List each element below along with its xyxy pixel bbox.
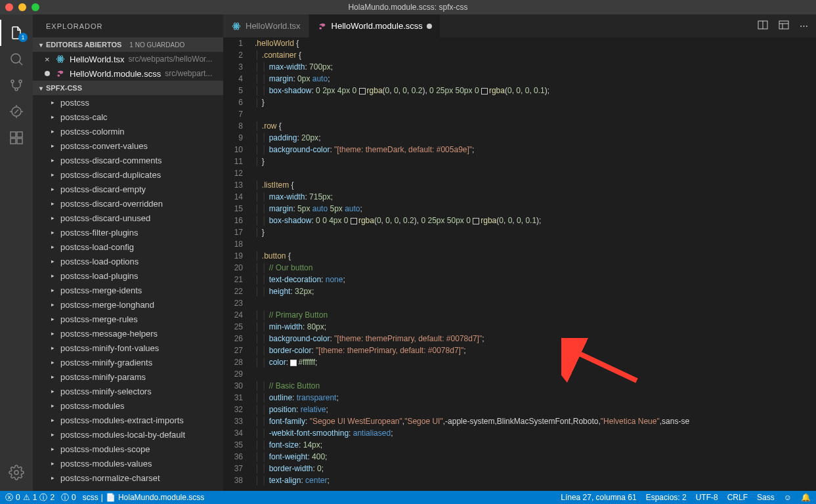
activity-settings[interactable] — [0, 459, 33, 486]
chevron-right-icon: ▸ — [51, 388, 59, 394]
status-encoding[interactable]: UTF-8 — [696, 493, 718, 502]
code-line[interactable]: │ │ background-color: "[theme: themeDark… — [255, 144, 816, 156]
window-zoom-button[interactable] — [32, 3, 39, 11]
status-problems[interactable]: ⓧ0 ⚠1 ⓘ2 — [5, 492, 54, 503]
activity-search[interactable] — [0, 46, 33, 72]
activity-explorer[interactable]: 1 — [0, 20, 33, 46]
code-line[interactable]: │ │ max-width: 700px; — [255, 61, 816, 73]
text-editor[interactable]: 1234567891011121314151617181920212223242… — [223, 37, 816, 491]
code-line[interactable] — [255, 368, 816, 380]
code-line[interactable]: │ │ -webkit-font-smoothing: antialiased; — [255, 427, 816, 439]
code-line[interactable]: │ } — [255, 226, 816, 238]
folder-item[interactable]: ▸postcss-load-options — [33, 254, 223, 268]
folder-item[interactable]: ▸postcss-load-config — [33, 240, 223, 254]
folder-item[interactable]: ▸postcss-convert-values — [33, 138, 223, 153]
status-spaces[interactable]: Espacios: 2 — [646, 493, 687, 502]
code-line[interactable]: │ │ // Basic Button — [255, 380, 816, 392]
status-bar: ⓧ0 ⚠1 ⓘ2 ⓘ0 scss | 📄 HolaMundo.module.sc… — [0, 491, 816, 504]
status-feedback-icon[interactable]: ☺ — [784, 493, 792, 502]
folder-item[interactable]: ▸postcss-discard-empty — [33, 182, 223, 196]
status-lang-indicator[interactable]: scss | 📄 HolaMundo.module.scss — [83, 493, 205, 502]
folder-item[interactable]: ▸postcss-load-plugins — [33, 268, 223, 283]
status-cursor[interactable]: Línea 27, columna 61 — [561, 493, 636, 502]
code-line[interactable]: │ │ box-shadow: 0 2px 4px 0 rgba(0, 0, 0… — [255, 85, 816, 96]
workspace-header[interactable]: ▾ SPFX-CSS — [33, 81, 223, 95]
folder-item[interactable]: ▸postcss-discard-duplicates — [33, 167, 223, 182]
code-line[interactable]: │ │ margin: 5px auto 5px auto; — [255, 203, 816, 215]
code-line[interactable]: │ │ // Primary Button — [255, 309, 816, 321]
unsaved-badge: 1 NO GUARDADO — [129, 41, 184, 49]
folder-item[interactable]: ▸postcss-discard-comments — [33, 153, 223, 167]
status-port[interactable]: ⓘ0 — [61, 492, 76, 503]
code-line[interactable]: │ │ background-color: "[theme: themePrim… — [255, 333, 816, 345]
code-body[interactable]: .helloWorld {│ .container {│ │ max-width… — [255, 37, 816, 491]
code-line[interactable] — [255, 297, 816, 309]
open-editors-header[interactable]: ▾ EDITORES ABIERTOS 1 NO GUARDADO — [33, 37, 223, 52]
code-line[interactable]: │ │ max-width: 715px; — [255, 191, 816, 203]
code-line[interactable]: │ │ text-align: center; — [255, 474, 816, 486]
window-close-button[interactable] — [5, 3, 13, 11]
code-line[interactable]: │ │ height: 32px; — [255, 285, 816, 297]
activity-extensions[interactable] — [0, 125, 33, 151]
folder-item[interactable]: ▸postcss-normalize-charset — [33, 471, 223, 485]
code-line[interactable]: │ .button { — [255, 250, 816, 262]
folder-item[interactable]: ▸postcss-merge-longhand — [33, 297, 223, 312]
code-line[interactable]: │ │ box-shadow: 0 0 4px 0 rgba(0, 0, 0, … — [255, 215, 816, 226]
folder-item[interactable]: ▸postcss-modules-extract-imports — [33, 413, 223, 427]
code-line[interactable]: │ .row { — [255, 120, 816, 132]
folder-item[interactable]: ▸postcss-modules-scope — [33, 442, 223, 456]
folder-item[interactable]: ▸postcss-merge-idents — [33, 283, 223, 297]
editor-tab[interactable]: HelloWorld.module.scss — [309, 14, 440, 37]
code-line[interactable]: │ │ font-family: "Segoe UI WestEuropean"… — [255, 415, 816, 427]
folder-item[interactable]: ▸postcss-merge-rules — [33, 312, 223, 326]
folder-item[interactable]: ▸postcss-message-helpers — [33, 326, 223, 341]
folder-item[interactable]: ▸postcss-minify-font-values — [33, 341, 223, 355]
code-line[interactable] — [255, 167, 816, 179]
code-line[interactable]: .helloWorld { — [255, 37, 816, 49]
code-line[interactable] — [255, 108, 816, 120]
folder-item[interactable]: ▸postcss-discard-unused — [33, 211, 223, 225]
chevron-right-icon: ▸ — [51, 345, 59, 351]
folder-item[interactable]: ▸postcss — [33, 95, 223, 110]
code-line[interactable]: │ } — [255, 156, 816, 167]
code-line[interactable] — [255, 238, 816, 250]
code-line[interactable]: │ │ margin: 0px auto; — [255, 73, 816, 85]
status-notifications-icon[interactable]: 🔔 — [801, 493, 811, 502]
status-mode[interactable]: Sass — [757, 493, 775, 502]
folder-item[interactable]: ▸postcss-minify-gradients — [33, 355, 223, 369]
code-line[interactable]: │ │ position: relative; — [255, 404, 816, 415]
folder-item[interactable]: ▸postcss-discard-overridden — [33, 196, 223, 211]
folder-item[interactable]: ▸postcss-filter-plugins — [33, 225, 223, 240]
code-line[interactable]: │ │ border-width: 0; — [255, 463, 816, 474]
code-line[interactable]: │ } — [255, 96, 816, 108]
code-line[interactable]: │ │ border-color: "[theme: themePrimary,… — [255, 345, 816, 356]
code-line[interactable]: │ │ color: #ffffff; — [255, 356, 816, 368]
window-minimize-button[interactable] — [18, 3, 26, 11]
more-actions-icon[interactable]: ⋯ — [800, 21, 808, 31]
folder-item[interactable]: ▸postcss-minify-selectors — [33, 384, 223, 398]
code-line[interactable]: │ │ // Our button — [255, 262, 816, 274]
code-line[interactable]: │ │ font-size: 14px; — [255, 439, 816, 451]
activity-debug[interactable] — [0, 98, 33, 125]
close-icon[interactable]: × — [45, 54, 53, 64]
folder-item[interactable]: ▸postcss-minify-params — [33, 369, 223, 384]
split-editor-icon[interactable] — [758, 20, 768, 32]
layout-icon[interactable] — [779, 20, 789, 32]
code-line[interactable]: │ .container { — [255, 49, 816, 61]
folder-item[interactable]: ▸postcss-modules-local-by-default — [33, 427, 223, 442]
open-editor-item[interactable]: ×HelloWorld.tsxsrc/webparts/helloWor... — [33, 52, 223, 66]
status-eol[interactable]: CRLF — [727, 493, 748, 502]
code-line[interactable]: │ │ outline: transparent; — [255, 392, 816, 404]
folder-item[interactable]: ▸postcss-modules-values — [33, 456, 223, 471]
open-editor-item[interactable]: HelloWorld.module.scsssrc/webpart... — [33, 66, 223, 81]
code-line[interactable]: │ │ font-weight: 400; — [255, 451, 816, 463]
folder-item[interactable]: ▸postcss-colormin — [33, 124, 223, 138]
code-line[interactable]: │ │ padding: 20px; — [255, 132, 816, 144]
code-line[interactable]: │ │ min-width: 80px; — [255, 321, 816, 333]
code-line[interactable]: │ .listItem { — [255, 179, 816, 191]
activity-source-control[interactable] — [0, 72, 33, 98]
folder-item[interactable]: ▸postcss-modules — [33, 398, 223, 413]
editor-tab[interactable]: HelloWorld.tsx — [223, 14, 309, 37]
folder-item[interactable]: ▸postcss-calc — [33, 110, 223, 124]
code-line[interactable]: │ │ text-decoration: none; — [255, 274, 816, 285]
